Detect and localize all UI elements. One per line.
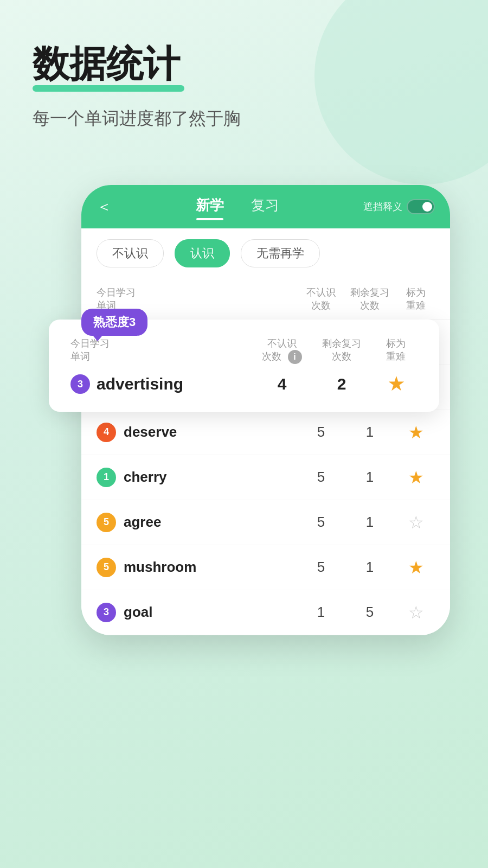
- featured-level-badge: 3: [70, 374, 90, 394]
- word-remain: 1: [343, 424, 397, 441]
- word-remain: 5: [343, 604, 397, 621]
- word-star[interactable]: ★: [397, 422, 435, 443]
- word-name: goal: [124, 604, 152, 621]
- phone-tabs: 新学 复习: [112, 196, 363, 217]
- level-badge: 4: [97, 423, 116, 442]
- list-col-hard: 标为重难: [397, 286, 435, 312]
- featured-remain: 2: [309, 375, 374, 393]
- word-remain: 1: [343, 514, 397, 531]
- tooltip-bubble: 熟悉度3: [81, 309, 147, 336]
- list-col-not-know: 不认识次数: [299, 286, 343, 312]
- tab-review[interactable]: 复习: [251, 196, 279, 217]
- word-name-cell: 3 goal: [97, 603, 299, 622]
- pill-not-know[interactable]: 不认识: [97, 239, 164, 267]
- word-name: agree: [124, 514, 161, 531]
- word-item: 5 agree 5 1 ☆: [81, 500, 450, 545]
- phone-top-bar: ＜ 新学 复习 遮挡释义: [81, 185, 450, 228]
- toggle-switch[interactable]: [407, 199, 435, 214]
- word-star[interactable]: ☆: [397, 602, 435, 623]
- word-item: 5 mushroom 5 1 ★: [81, 545, 450, 590]
- featured-word-name: 3 advertising: [70, 374, 255, 394]
- col-hard-header: 标为重难: [374, 337, 418, 364]
- title-underline: [33, 85, 184, 92]
- word-name-cell: 5 mushroom: [97, 558, 299, 577]
- level-badge: 1: [97, 468, 116, 487]
- toggle-area: 遮挡释义: [363, 199, 435, 214]
- tab-new-learn[interactable]: 新学: [196, 196, 224, 217]
- col-remain-header: 剩余复习次数: [309, 337, 374, 364]
- featured-not-know: 4: [255, 375, 309, 393]
- word-remain: 1: [343, 469, 397, 486]
- word-name: mushroom: [124, 559, 196, 576]
- tooltip-table-header: 今日学习单词 不认识次数 i 剩余复习次数 标为重难: [70, 337, 418, 364]
- level-badge: 5: [97, 558, 116, 577]
- list-col-word: 今日学习单词: [97, 286, 299, 312]
- list-col-remain: 剩余复习次数: [343, 286, 397, 312]
- level-badge: 3: [97, 603, 116, 622]
- word-item: 4 deserve 5 1 ★: [81, 410, 450, 455]
- word-name: deserve: [124, 424, 177, 441]
- word-not-know: 5: [299, 559, 343, 576]
- page-header: 数据统计 每一个单词进度都了然于胸: [0, 0, 488, 152]
- info-icon: i: [288, 350, 302, 364]
- page-subtitle: 每一个单词进度都了然于胸: [33, 107, 455, 131]
- level-badge: 5: [97, 513, 116, 532]
- tooltip-card: 熟悉度3 今日学习单词 不认识次数 i 剩余复习次数 标为重难 3 advert…: [49, 320, 439, 412]
- word-name-cell: 4 deserve: [97, 423, 299, 442]
- pill-no-need[interactable]: 无需再学: [241, 239, 320, 267]
- featured-word-row: 3 advertising 4 2 ★: [70, 374, 418, 394]
- word-name: cherry: [124, 469, 167, 486]
- phone-wrapper: 熟悉度3 今日学习单词 不认识次数 i 剩余复习次数 标为重难 3 advert…: [81, 185, 450, 635]
- back-button[interactable]: ＜: [97, 196, 112, 217]
- word-name-cell: 1 cherry: [97, 468, 299, 487]
- pill-know[interactable]: 认识: [175, 239, 230, 267]
- page-title: 数据统计: [33, 43, 455, 84]
- word-remain: 1: [343, 559, 397, 576]
- word-item: 3 goal 1 5 ☆: [81, 590, 450, 635]
- word-not-know: 5: [299, 424, 343, 441]
- word-name-cell: 5 agree: [97, 513, 299, 532]
- word-not-know: 5: [299, 514, 343, 531]
- word-item: 1 cherry 5 1 ★: [81, 455, 450, 500]
- featured-star: ★: [374, 374, 418, 394]
- word-not-know: 5: [299, 469, 343, 486]
- word-star[interactable]: ☆: [397, 512, 435, 533]
- word-star[interactable]: ★: [397, 467, 435, 488]
- col-not-know-header: 不认识次数 i: [255, 337, 309, 364]
- word-star[interactable]: ★: [397, 557, 435, 578]
- word-not-know: 1: [299, 604, 343, 621]
- filter-pills: 不认识 认识 无需再学: [81, 228, 450, 278]
- toggle-label: 遮挡释义: [363, 200, 402, 213]
